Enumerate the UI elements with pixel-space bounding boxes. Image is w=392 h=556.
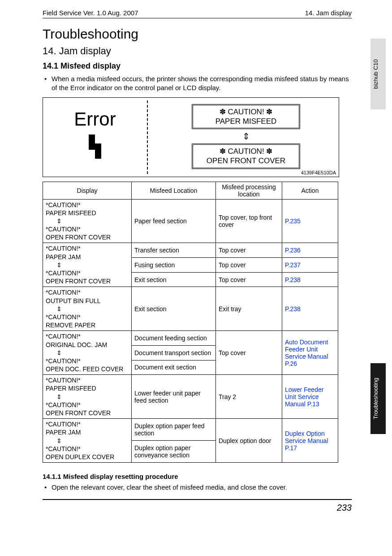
- table-row: *CAUTION!*OUTPUT BIN FULL⇕*CAUTION!*REMO…: [43, 287, 338, 331]
- location-cell: Document feeding section: [132, 331, 216, 346]
- processing-cell: Tray 2: [216, 375, 282, 419]
- th-action: Action: [282, 182, 338, 199]
- location-cell: Transfer section: [132, 243, 216, 258]
- action-cell-link[interactable]: Auto Document Feeder Unit Service Manual…: [285, 339, 328, 367]
- header-left: Field Service Ver. 1.0 Aug. 2007: [43, 9, 138, 17]
- action-cell-link[interactable]: P.238: [285, 276, 301, 283]
- action-cell-link[interactable]: Duplex Option Service Manual P.17: [285, 430, 328, 452]
- display-line: PAPER JAM: [46, 428, 129, 436]
- display-cell: *CAUTION!*OUTPUT BIN FULL⇕*CAUTION!*REMO…: [43, 287, 132, 331]
- chapter-title: 14. Jam display: [43, 45, 352, 57]
- display-line: *CAUTION!*: [46, 288, 129, 296]
- subsection-title: 14.1 Misfeed display: [43, 61, 352, 71]
- lcd1-line2: PAPER MISFEED: [197, 117, 295, 126]
- swap-arrow-icon: ⇕: [46, 217, 129, 225]
- display-line: PAPER MISFEED: [46, 209, 129, 217]
- subsubsection-title: 14.1.1 Misfeed display resetting procedu…: [43, 473, 352, 480]
- error-icon: [86, 135, 104, 158]
- diagram-id: 4139F4E510DA: [301, 170, 336, 175]
- display-line: *CAUTION!*: [46, 445, 129, 453]
- error-label: Error: [43, 109, 147, 130]
- action-cell: P.235: [282, 199, 338, 243]
- header-right: 14. Jam display: [305, 9, 352, 17]
- display-line: *CAUTION!*: [46, 401, 129, 409]
- location-cell: Duplex option paper conveyance section: [132, 441, 216, 463]
- processing-cell: Exit tray: [216, 287, 282, 331]
- table-header-row: Display Misfeed Location Misfeed process…: [43, 182, 338, 199]
- page-header: Field Service Ver. 1.0 Aug. 2007 14. Jam…: [43, 9, 352, 18]
- intro-paragraph: When a media misfeed occurs, the printer…: [43, 74, 352, 93]
- display-cell: *CAUTION!*PAPER MISFEED⇕*CAUTION!*OPEN F…: [43, 375, 132, 419]
- display-line: OPEN FRONT COVER: [46, 409, 129, 417]
- updown-arrow-icon: ⇕: [192, 131, 300, 142]
- display-cell: *CAUTION!*PAPER MISFEED⇕*CAUTION!*OPEN F…: [43, 199, 132, 243]
- misfeed-table: Display Misfeed Location Misfeed process…: [43, 182, 338, 463]
- location-cell: Lower feeder unit paper feed section: [132, 375, 216, 419]
- display-line: PAPER JAM: [46, 253, 129, 261]
- display-line: *CAUTION!*: [46, 357, 129, 365]
- error-diagram: Error ✽ CAUTION! ✽ PAPER MISFEED ⇕ ✽ CAU…: [43, 97, 339, 177]
- swap-arrow-icon: ⇕: [46, 437, 129, 445]
- action-cell: Duplex Option Service Manual P.17: [282, 419, 338, 463]
- swap-arrow-icon: ⇕: [46, 305, 129, 313]
- location-cell: Exit section: [132, 272, 216, 287]
- lcd-message-1: ✽ CAUTION! ✽ PAPER MISFEED: [192, 104, 300, 130]
- action-cell: Lower Feeder Unit Service Manual P.13: [282, 375, 338, 419]
- table-row: *CAUTION!*PAPER MISFEED⇕*CAUTION!*OPEN F…: [43, 375, 338, 419]
- reset-paragraph: Open the relevant cover, clear the sheet…: [43, 483, 352, 492]
- processing-cell: Top cover: [216, 258, 282, 273]
- lcd2-line2: OPEN FRONT COVER: [197, 156, 295, 165]
- table-row: *CAUTION!*ORIGINAL DOC. JAM⇕*CAUTION!*OP…: [43, 331, 338, 346]
- swap-arrow-icon: ⇕: [46, 393, 129, 401]
- section-title: Troubleshooting: [43, 26, 352, 42]
- swap-arrow-icon: ⇕: [46, 261, 129, 269]
- display-cell: *CAUTION!*ORIGINAL DOC. JAM⇕*CAUTION!*OP…: [43, 331, 132, 375]
- th-display: Display: [43, 182, 132, 199]
- display-line: *CAUTION!*: [46, 225, 129, 233]
- processing-cell: Top cover: [216, 243, 282, 258]
- side-tab-section: Troubleshooting: [370, 363, 386, 434]
- display-line: *CAUTION!*: [46, 313, 129, 321]
- action-cell-link[interactable]: P.237: [285, 261, 301, 269]
- display-line: OPEN DOC. FEED COVER: [46, 365, 129, 373]
- table-row: *CAUTION!*PAPER JAM⇕*CAUTION!*OPEN DUPLE…: [43, 419, 338, 441]
- display-line: PAPER MISFEED: [46, 384, 129, 392]
- processing-cell: Top cover, top front cover: [216, 199, 282, 243]
- lcd1-line1: ✽ CAUTION! ✽: [197, 107, 295, 117]
- display-line: OPEN FRONT COVER: [46, 277, 129, 285]
- location-cell: Paper feed section: [132, 199, 216, 243]
- lcd-message-2: ✽ CAUTION! ✽ OPEN FRONT COVER: [192, 143, 300, 169]
- location-cell: Exit section: [132, 287, 216, 331]
- action-cell: P.236: [282, 243, 338, 258]
- th-location: Misfeed Location: [132, 182, 216, 199]
- action-cell: P.238: [282, 287, 338, 331]
- action-cell: P.238: [282, 272, 338, 287]
- action-cell-link[interactable]: Lower Feeder Unit Service Manual P.13: [285, 386, 323, 408]
- table-row: *CAUTION!*PAPER MISFEED⇕*CAUTION!*OPEN F…: [43, 199, 338, 243]
- display-line: OUTPUT BIN FULL: [46, 297, 129, 305]
- location-cell: Duplex option paper feed section: [132, 419, 216, 441]
- display-line: REMOVE PAPER: [46, 321, 129, 329]
- display-line: *CAUTION!*: [46, 420, 129, 428]
- display-line: OPEN DUPLEX COVER: [46, 453, 129, 461]
- action-cell-link[interactable]: P.236: [285, 247, 301, 254]
- display-line: *CAUTION!*: [46, 269, 129, 277]
- display-line: OPEN FRONT COVER: [46, 233, 129, 241]
- action-cell-link[interactable]: P.235: [285, 217, 301, 225]
- location-cell: Document exit section: [132, 360, 216, 375]
- action-cell: P.237: [282, 258, 338, 273]
- side-tab-model: bizhub C10: [370, 39, 386, 109]
- swap-arrow-icon: ⇕: [46, 349, 129, 357]
- page-number: 233: [43, 503, 352, 513]
- display-line: *CAUTION!*: [46, 376, 129, 384]
- footer-rule: [43, 499, 352, 500]
- location-cell: Document transport section: [132, 345, 216, 360]
- table-row: *CAUTION!*PAPER JAM⇕*CAUTION!*OPEN FRONT…: [43, 243, 338, 258]
- display-cell: *CAUTION!*PAPER JAM⇕*CAUTION!*OPEN DUPLE…: [43, 419, 132, 463]
- processing-cell: Top cover: [216, 272, 282, 287]
- processing-cell: Duplex option door: [216, 419, 282, 463]
- display-line: ORIGINAL DOC. JAM: [46, 341, 129, 349]
- display-line: *CAUTION!*: [46, 201, 129, 209]
- location-cell: Fusing section: [132, 258, 216, 273]
- action-cell-link[interactable]: P.238: [285, 305, 301, 313]
